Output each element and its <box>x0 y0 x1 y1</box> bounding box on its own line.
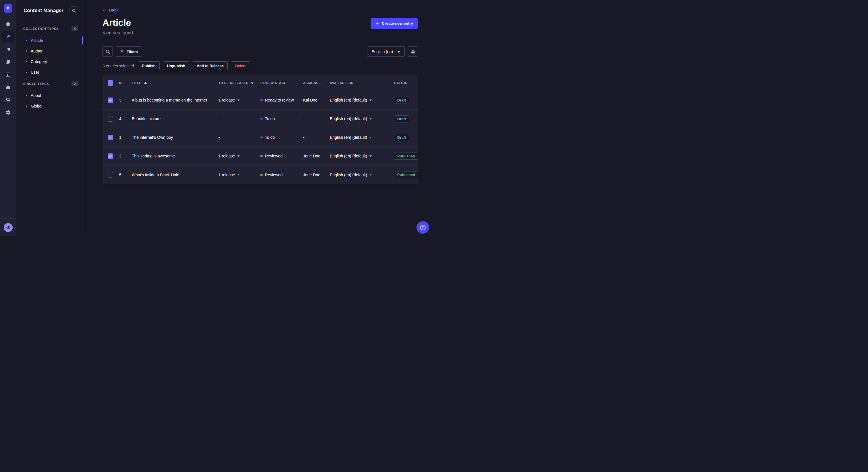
filters-button[interactable]: Filters <box>116 46 142 57</box>
row-title: A bug is becoming a meme on the internet <box>132 98 218 102</box>
locale-dropdown[interactable]: English (en) (default) <box>330 116 394 121</box>
stage-label: Reviewed <box>265 154 282 158</box>
rail-item-marketplace[interactable] <box>2 94 14 105</box>
user-avatar[interactable]: KD <box>4 223 12 232</box>
col-header-id: ID <box>119 81 132 85</box>
col-header-status-label: STATUS <box>394 81 407 85</box>
chevron-down-icon <box>369 100 372 101</box>
locale-dropdown[interactable]: English (en) (default) <box>330 173 394 177</box>
sidebar-item-user[interactable]: User <box>23 67 78 77</box>
locale-value: English (en) (default) <box>330 154 367 158</box>
row-checkbox[interactable] <box>107 135 113 140</box>
stage-label: Ready to review <box>265 98 293 102</box>
locale-value: English (en) (default) <box>330 116 367 121</box>
content-manager-sidebar: Content Manager COLLECTION TYPES4Article… <box>17 0 85 236</box>
stage-dot-icon <box>260 136 262 138</box>
sidebar-search-button[interactable] <box>69 6 78 15</box>
locale-value: English (en) (default) <box>330 173 367 177</box>
check-icon <box>109 155 112 158</box>
filter-icon <box>120 49 124 54</box>
create-new-entry-button[interactable]: Create new entry <box>371 19 418 29</box>
publish-button[interactable]: Publish <box>138 61 160 70</box>
col-header-to-be-released-in: TO BE RELEASED IN <box>218 81 260 85</box>
col-header-status: STATUS <box>394 81 413 85</box>
row-review-stage: Ready to review <box>260 98 303 102</box>
sidebar-item-about[interactable]: About <box>23 90 78 101</box>
table-row[interactable]: 1The internet's Own boy-To do-English (e… <box>102 128 418 147</box>
indeterminate-dash-icon <box>109 82 112 83</box>
gear-icon <box>410 49 415 54</box>
row-id: 4 <box>119 116 132 121</box>
release-dropdown[interactable]: 1 release <box>218 154 260 158</box>
row-checkbox[interactable] <box>107 98 113 103</box>
stage-dot-icon <box>260 174 262 176</box>
sidebar-item-global[interactable]: Global <box>23 101 78 111</box>
locale-dropdown[interactable]: English (en) (default) <box>330 135 394 140</box>
release-dropdown[interactable]: 1 release <box>218 98 260 102</box>
col-header-to-be-released-in-label: TO BE RELEASED IN <box>218 81 253 85</box>
row-review-stage: To do <box>260 116 303 121</box>
rail-nav <box>0 16 16 118</box>
row-review-stage: To do <box>260 135 303 140</box>
table-row[interactable]: 4Beautiful picture-To do-English (en) (d… <box>102 109 418 128</box>
releases-icon <box>5 46 11 52</box>
sidebar-section-count-badge: 4 <box>71 26 78 31</box>
sidebar-section-header: SINGLE TYPES2 <box>23 81 78 86</box>
select-all-checkbox[interactable] <box>107 80 113 86</box>
delete-button[interactable]: Delete <box>231 61 250 70</box>
back-link[interactable]: Back <box>102 8 119 12</box>
marketplace-icon <box>5 97 11 103</box>
help-button[interactable]: ? <box>416 221 429 234</box>
col-header-available-in-label: AVAILABLE IN <box>330 81 353 85</box>
header-checkbox-cell <box>107 80 119 86</box>
row-checkbox-cell <box>107 98 119 103</box>
release-value: 1 release <box>218 173 235 177</box>
sidebar-item-article[interactable]: Article <box>23 35 78 45</box>
strapi-logo[interactable] <box>4 4 12 12</box>
locale-value: English (en) (default) <box>330 135 367 140</box>
row-release-empty: - <box>218 135 260 140</box>
rail-item-deploy-cloud[interactable] <box>2 81 14 93</box>
deploy-cloud-icon <box>5 84 11 90</box>
locale-select[interactable]: English (en) <box>367 46 405 57</box>
col-header-review-stage: REVIEW STAGE <box>260 81 303 85</box>
release-value: - <box>218 116 220 121</box>
row-title: The internet's Own boy <box>132 135 218 140</box>
sidebar-item-label: Article <box>31 38 43 43</box>
view-settings-button[interactable] <box>408 46 418 57</box>
sidebar-item-list: AboutGlobal <box>23 90 78 111</box>
row-checkbox[interactable] <box>107 154 113 159</box>
table-row[interactable]: 2This shrimp is awesome1 releaseReviewed… <box>102 147 418 165</box>
rail-item-content-manager[interactable] <box>2 31 14 42</box>
question-mark-icon: ? <box>420 225 426 230</box>
sidebar-section-count-badge: 2 <box>71 81 78 86</box>
rail-item-home[interactable] <box>2 19 14 30</box>
row-status-cell: Published <box>394 171 413 178</box>
locale-dropdown[interactable]: English (en) (default) <box>330 154 394 158</box>
release-dropdown[interactable]: 1 release <box>218 173 260 177</box>
rail-item-releases[interactable] <box>2 43 14 55</box>
row-id: 5 <box>119 173 132 177</box>
table-row[interactable]: 3A bug is becoming a meme on the interne… <box>102 91 418 109</box>
release-value: - <box>218 135 220 140</box>
row-checkbox[interactable] <box>107 116 113 122</box>
chevron-down-icon <box>237 100 240 101</box>
rail-item-settings[interactable] <box>2 107 14 118</box>
sidebar-item-label: Category <box>31 59 47 64</box>
search-icon <box>72 9 76 13</box>
sort-ascending-icon[interactable] <box>144 82 147 84</box>
locale-dropdown[interactable]: English (en) (default) <box>330 98 394 102</box>
sidebar-item-author[interactable]: Author <box>23 45 78 56</box>
table-row[interactable]: 5What's inside a Black Hole1 releaseRevi… <box>102 165 418 184</box>
row-checkbox[interactable] <box>107 172 113 177</box>
table-search-button[interactable] <box>102 46 113 57</box>
app-root: KD Content Manager COLLECTION TYPES4Arti… <box>0 0 434 236</box>
rail-item-content-type-builder[interactable] <box>2 69 14 80</box>
entries-count: 5 entries found <box>102 30 133 36</box>
sidebar-item-label: About <box>31 93 41 98</box>
rail-item-media-library[interactable] <box>2 56 14 68</box>
sidebar-item-category[interactable]: Category <box>23 56 78 67</box>
row-id: 3 <box>119 98 132 102</box>
add-to-release-button[interactable]: Add to Release <box>193 61 228 70</box>
unpublish-button[interactable]: Unpublish <box>163 61 189 70</box>
